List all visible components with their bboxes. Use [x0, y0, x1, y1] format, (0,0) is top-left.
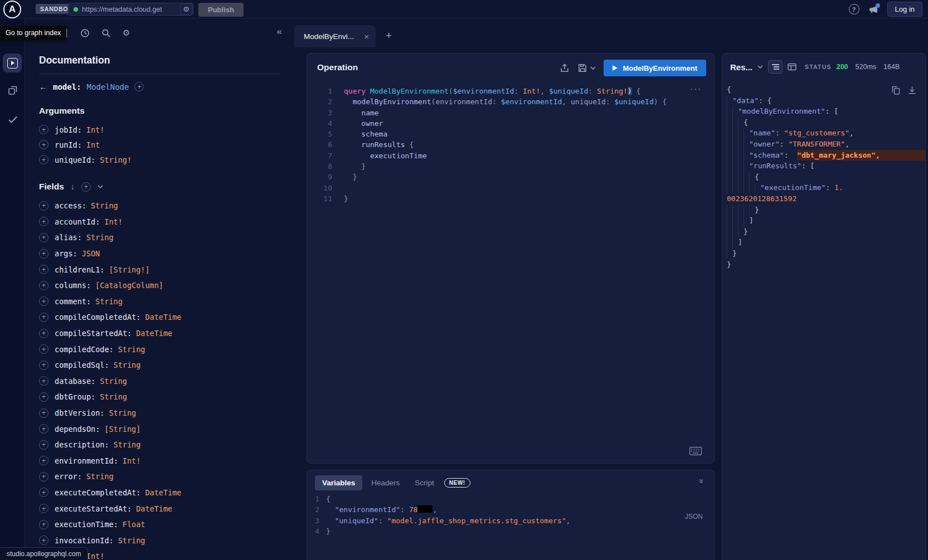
field-type[interactable]: DateTime: [136, 329, 172, 338]
field-row[interactable]: +executeStartedAt:DateTime: [39, 500, 280, 517]
variables-code-editor[interactable]: 1{2 "environmentId": 78 ,3 "uniqueId": "…: [307, 491, 714, 560]
add-to-operation-icon[interactable]: +: [39, 313, 48, 322]
field-type[interactable]: String: [114, 440, 141, 449]
field-type[interactable]: DateTime: [145, 313, 181, 322]
schema-nav-button[interactable]: [3, 85, 22, 96]
share-icon[interactable]: [560, 63, 570, 73]
field-row[interactable]: +compileStartedAt:DateTime: [39, 325, 280, 342]
field-type[interactable]: [String!]: [109, 265, 149, 274]
field-type[interactable]: Int!: [86, 552, 105, 560]
field-type[interactable]: DateTime: [145, 488, 181, 497]
field-type[interactable]: String: [86, 233, 114, 242]
add-type-icon[interactable]: +: [134, 82, 144, 91]
field-row[interactable]: +compiledSql:String: [39, 357, 280, 373]
field-row[interactable]: +compileCompletedAt:DateTime: [39, 309, 280, 325]
add-to-operation-icon[interactable]: +: [39, 296, 48, 306]
add-to-operation-icon[interactable]: +: [39, 265, 48, 274]
publish-button[interactable]: Publish: [198, 3, 244, 17]
field-row[interactable]: +executionTime:Float: [39, 517, 280, 533]
field-row[interactable]: +access:String: [39, 198, 280, 214]
add-to-operation-icon[interactable]: +: [39, 329, 48, 338]
field-row[interactable]: +dbtVersion:String: [39, 405, 280, 421]
add-to-operation-icon[interactable]: +: [39, 155, 48, 164]
new-tab-icon[interactable]: +: [386, 30, 392, 42]
run-operation-button[interactable]: ModelByEnvironment: [604, 60, 706, 76]
endpoint-url-input[interactable]: https://metadata.cloud.get ⚙: [68, 3, 193, 16]
add-to-operation-icon[interactable]: +: [39, 281, 48, 290]
add-to-operation-icon[interactable]: +: [39, 125, 48, 134]
explorer-nav-button[interactable]: [3, 53, 22, 72]
field-row[interactable]: +database:String: [39, 373, 280, 389]
breadcrumb-type-link[interactable]: ModelNode: [87, 82, 129, 91]
add-to-operation-icon[interactable]: +: [39, 376, 48, 386]
keyboard-shortcuts-icon[interactable]: [689, 447, 702, 455]
back-arrow-icon[interactable]: ←: [39, 82, 47, 91]
tab-variables[interactable]: Variables: [315, 475, 362, 490]
field-type[interactable]: String: [86, 472, 114, 481]
tree-view-button[interactable]: [768, 60, 783, 74]
field-type[interactable]: Int!: [123, 456, 141, 465]
argument-row[interactable]: +uniqueId:String!: [39, 152, 280, 167]
save-dropdown-chevron-icon[interactable]: [590, 66, 596, 70]
add-to-operation-icon[interactable]: +: [39, 424, 48, 434]
close-tab-icon[interactable]: ×: [364, 32, 369, 41]
settings-gear-icon[interactable]: ⚙: [123, 28, 130, 38]
field-type[interactable]: String: [100, 392, 127, 401]
add-to-operation-icon[interactable]: +: [39, 249, 48, 259]
announcements-icon[interactable]: [868, 5, 878, 14]
field-type[interactable]: String: [91, 201, 118, 210]
field-type[interactable]: [String]: [104, 425, 140, 434]
field-row[interactable]: +comment:String: [39, 294, 280, 310]
search-icon[interactable]: [101, 28, 111, 38]
add-to-operation-icon[interactable]: +: [39, 392, 48, 402]
field-type[interactable]: String!: [100, 155, 132, 164]
field-row[interactable]: +environmentId:Int!: [39, 453, 280, 469]
copy-response-icon[interactable]: [892, 86, 900, 95]
tab-headers[interactable]: Headers: [365, 475, 406, 490]
add-to-operation-icon[interactable]: +: [39, 233, 48, 242]
field-type[interactable]: Int!: [104, 217, 123, 226]
field-row[interactable]: +childrenL1:[String!]: [39, 261, 280, 277]
field-row[interactable]: +invocationId:String: [39, 532, 280, 548]
field-type[interactable]: Float: [123, 520, 145, 529]
chevron-down-icon[interactable]: [98, 185, 103, 188]
argument-row[interactable]: +runId:Int: [39, 137, 280, 152]
field-row[interactable]: +alias:String: [39, 230, 280, 246]
add-to-operation-icon[interactable]: +: [39, 361, 48, 370]
field-type[interactable]: String: [95, 297, 123, 306]
add-to-operation-icon[interactable]: +: [39, 472, 48, 481]
field-type[interactable]: String: [100, 377, 127, 386]
field-type[interactable]: Int!: [86, 125, 105, 134]
save-icon[interactable]: [577, 63, 587, 73]
field-row[interactable]: +description:String: [39, 437, 280, 453]
field-type[interactable]: JSON: [82, 249, 100, 258]
operation-code-editor[interactable]: 1query ModelByEnvironment($environmentId…: [307, 81, 714, 463]
field-row[interactable]: +accountId:Int!: [39, 214, 280, 230]
download-response-icon[interactable]: [908, 86, 916, 95]
help-icon[interactable]: ?: [849, 4, 859, 14]
operation-overflow-menu-icon[interactable]: ···: [690, 84, 702, 93]
field-row[interactable]: +dbtGroup:String: [39, 389, 280, 405]
field-row[interactable]: +args:JSON: [39, 246, 280, 262]
add-to-operation-icon[interactable]: +: [39, 488, 48, 497]
add-to-operation-icon[interactable]: +: [39, 217, 48, 226]
collapse-sidebar-icon[interactable]: «: [277, 26, 282, 37]
field-type[interactable]: String: [118, 345, 145, 354]
tab-script[interactable]: Script: [409, 475, 440, 490]
add-all-fields-icon[interactable]: +: [81, 182, 91, 192]
field-type[interactable]: String: [114, 361, 141, 369]
table-view-button[interactable]: [788, 63, 796, 71]
login-button[interactable]: Log in: [887, 2, 922, 17]
field-type[interactable]: Int: [86, 140, 100, 149]
collapse-panel-icon[interactable]: »: [697, 479, 706, 483]
response-dropdown-chevron-icon[interactable]: [757, 65, 763, 69]
history-icon[interactable]: [80, 28, 90, 38]
field-type[interactable]: [CatalogColumn]: [95, 281, 163, 290]
add-to-operation-icon[interactable]: +: [39, 140, 48, 149]
add-to-operation-icon[interactable]: +: [39, 456, 48, 465]
add-to-operation-icon[interactable]: +: [39, 440, 48, 450]
add-to-operation-icon[interactable]: +: [39, 504, 48, 513]
apollo-logo[interactable]: A: [3, 1, 21, 18]
add-to-operation-icon[interactable]: +: [39, 520, 48, 529]
tab-modelbyenvironment[interactable]: ModelByEnvi... ×: [294, 25, 376, 47]
